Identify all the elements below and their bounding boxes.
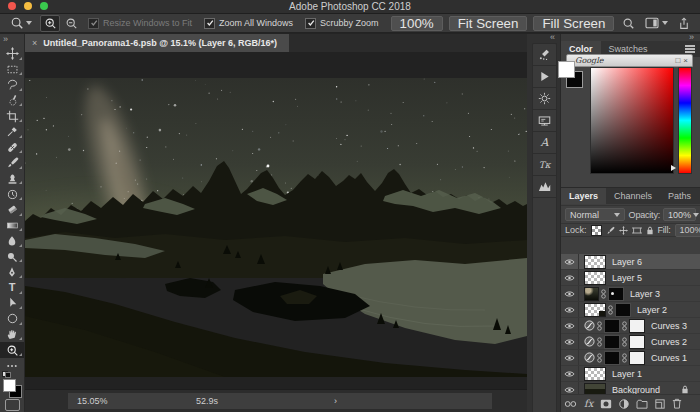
move-tool[interactable] — [0, 46, 24, 62]
zoom-level-field[interactable]: 15.05% — [77, 396, 108, 406]
eyedropper-tool[interactable] — [0, 124, 24, 140]
canvas-pasteboard[interactable] — [25, 52, 527, 390]
tab-paths[interactable]: Paths — [660, 188, 699, 204]
share-button[interactable] — [678, 17, 690, 30]
hue-slider[interactable] — [678, 67, 692, 174]
link-layers-button[interactable] — [564, 400, 577, 408]
layer-row-layer2[interactable]: Layer 2 — [561, 302, 700, 318]
layer-mask-thumbnail[interactable] — [608, 287, 624, 301]
visibility-toggle[interactable] — [561, 302, 579, 317]
layer-thumbnail[interactable] — [584, 287, 599, 301]
workspace-switcher[interactable] — [645, 17, 668, 29]
layer-name[interactable]: Background — [612, 385, 660, 395]
document-image[interactable] — [25, 78, 527, 377]
fit-screen-button[interactable]: Fit Screen — [449, 16, 528, 31]
zoom-in-button[interactable] — [40, 15, 60, 32]
blend-mode-dropdown[interactable]: Normal — [565, 208, 625, 221]
lock-transparency-button[interactable] — [591, 225, 602, 236]
add-layer-mask-button[interactable] — [600, 399, 612, 409]
hue-slider-marker[interactable] — [671, 165, 676, 171]
layer-name[interactable]: Layer 2 — [637, 305, 667, 315]
maximize-icon[interactable]: □ — [675, 57, 680, 65]
layer-mask-thumbnail[interactable] — [615, 303, 631, 317]
zoom-tool[interactable] — [0, 342, 24, 358]
layer-thumbnail[interactable] — [584, 271, 606, 285]
layer-name[interactable]: Layer 5 — [612, 273, 642, 283]
google-floating-window[interactable]: Google □ × — [566, 54, 693, 67]
foreground-color-swatch[interactable] — [558, 61, 575, 78]
layer-mask-thumbnail[interactable] — [604, 351, 620, 365]
layer-name[interactable]: Curves 3 — [651, 321, 687, 331]
layer-row-layer5[interactable]: Layer 5 — [561, 270, 700, 286]
delete-layer-button[interactable] — [672, 398, 682, 409]
status-popup-chevron[interactable]: › — [334, 396, 337, 406]
panel-menu-icon[interactable] — [685, 48, 695, 50]
blur-tool[interactable] — [0, 233, 24, 249]
crop-tool[interactable] — [0, 108, 24, 124]
vector-mask-thumbnail[interactable] — [629, 319, 645, 333]
visibility-toggle[interactable] — [561, 334, 579, 349]
lock-pixels-button[interactable] — [606, 226, 615, 235]
foreground-color-swatch[interactable] — [3, 379, 16, 392]
fill-dropdown[interactable]: 100% — [675, 224, 700, 237]
spot-healing-brush-tool[interactable] — [0, 140, 24, 156]
tab-layers[interactable]: Layers — [561, 188, 606, 204]
scrubby-zoom-checkbox[interactable]: Scrubby Zoom — [305, 18, 379, 29]
quick-selection-tool[interactable] — [0, 93, 24, 109]
layer-mask-thumbnail[interactable] — [604, 319, 620, 333]
layer-row-curves1[interactable]: Curves 1 — [561, 350, 700, 366]
layer-style-button[interactable]: fx — [584, 399, 593, 409]
adjustments-panel-button[interactable] — [533, 88, 556, 110]
actions-panel-button[interactable] — [533, 66, 556, 88]
foreground-background-swatches[interactable] — [3, 379, 22, 398]
layer-thumbnail[interactable] — [584, 303, 606, 317]
gradient-tool[interactable] — [0, 218, 24, 234]
layer-row-curves2[interactable]: Curves 2 — [561, 334, 700, 350]
type-tool[interactable]: T — [0, 280, 24, 296]
visibility-toggle[interactable] — [561, 350, 579, 365]
document-tab[interactable]: × Untitled_Panorama1-6.psb @ 15.1% (Laye… — [25, 34, 289, 52]
vector-mask-thumbnail[interactable] — [629, 335, 645, 349]
layer-mask-thumbnail[interactable] — [604, 335, 620, 349]
screen-mode-button[interactable] — [5, 399, 20, 411]
expand-dock-button[interactable]: « — [550, 32, 555, 42]
eraser-tool[interactable] — [0, 202, 24, 218]
new-group-button[interactable] — [636, 399, 648, 409]
panel-color-swatches[interactable] — [558, 61, 584, 88]
lock-artboard-button[interactable] — [632, 226, 642, 235]
zoom-100-button[interactable]: 100% — [391, 16, 443, 31]
layer-row-layer3[interactable]: Layer 3 — [561, 286, 700, 302]
close-tab-icon[interactable]: × — [32, 38, 37, 48]
resize-windows-to-fit-checkbox[interactable]: Resize Windows to Fit — [88, 18, 192, 29]
visibility-toggle[interactable] — [561, 318, 579, 333]
layer-row-layer6[interactable]: Layer 6 — [561, 254, 700, 270]
visibility-toggle[interactable] — [561, 366, 579, 381]
rectangular-marquee-tool[interactable] — [0, 62, 24, 78]
default-colors-icon[interactable] — [2, 371, 11, 378]
close-icon[interactable]: × — [683, 57, 688, 65]
fill-screen-button[interactable]: Fill Screen — [533, 16, 614, 31]
layer-name[interactable]: Curves 2 — [651, 337, 687, 347]
history-brush-tool[interactable] — [0, 186, 24, 202]
new-adjustment-layer-button[interactable] — [619, 399, 629, 409]
brush-tool[interactable] — [0, 155, 24, 171]
vector-mask-thumbnail[interactable] — [629, 351, 645, 365]
lock-position-button[interactable] — [619, 226, 628, 235]
visibility-toggle[interactable] — [561, 270, 579, 285]
toolbar-collapse-button[interactable]: » — [0, 34, 24, 46]
layer-name[interactable]: Layer 6 — [612, 257, 642, 267]
visibility-toggle[interactable] — [561, 286, 579, 301]
dodge-tool[interactable] — [0, 249, 24, 265]
hand-tool[interactable] — [0, 327, 24, 343]
lock-all-button[interactable] — [646, 226, 654, 235]
saturation-brightness-field[interactable] — [590, 67, 674, 174]
lasso-tool[interactable] — [0, 77, 24, 93]
layer-name[interactable]: Layer 1 — [612, 369, 642, 379]
layer-thumbnail[interactable] — [584, 367, 606, 381]
tab-channels[interactable]: Channels — [606, 188, 660, 204]
layer-row-curves3[interactable]: Curves 3 — [561, 318, 700, 334]
layer-thumbnail[interactable] — [584, 255, 606, 269]
tool-preset-picker[interactable] — [10, 16, 32, 30]
character-panel-button[interactable]: A — [533, 132, 556, 154]
clone-source-panel-button[interactable] — [533, 110, 556, 132]
